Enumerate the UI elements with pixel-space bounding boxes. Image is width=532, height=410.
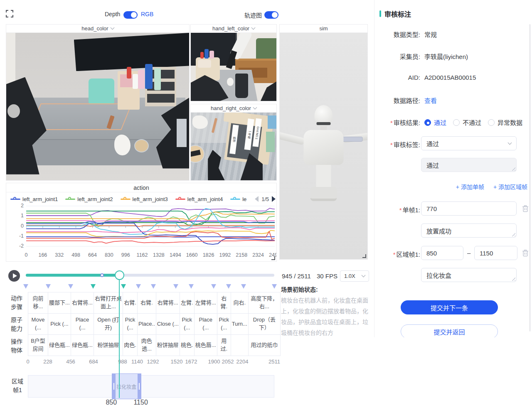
review-result-option[interactable]: 不通过: [453, 118, 481, 127]
single-frame-desc-textarea[interactable]: 放置成功: [421, 223, 517, 238]
region-segment[interactable]: 拉化妆盒: [112, 373, 141, 399]
required-star: *: [390, 141, 393, 148]
review-tag-note-textarea[interactable]: 通过: [421, 158, 517, 172]
review-result-option[interactable]: 通过: [424, 118, 446, 127]
play-button[interactable]: [8, 270, 20, 282]
review-tag-note-text: 通过: [426, 161, 439, 169]
timeline-marker[interactable]: [91, 284, 96, 289]
region-start-input[interactable]: 850: [421, 246, 463, 260]
radio-icon[interactable]: [453, 119, 460, 126]
head-camera-header[interactable]: head_color: [6, 25, 189, 33]
head-camera-panel: head_color: [6, 24, 190, 181]
resize-handle-icon[interactable]: [271, 256, 275, 260]
timeline-marker[interactable]: [46, 284, 51, 289]
timeline-marker[interactable]: [173, 284, 178, 289]
timeline-marker[interactable]: [121, 284, 126, 289]
required-star: *: [393, 251, 396, 258]
chart-legend-list: left_arm_joint1left_arm_joint2left_arm_j…: [10, 194, 273, 204]
region-end-input[interactable]: 1150: [474, 246, 517, 260]
data-type-row: 数据类型: 常规: [379, 30, 527, 39]
table-cell: 右臂将...: [71, 292, 94, 314]
table-axis-label: 1900: [208, 358, 220, 365]
depth-rgb-toggle[interactable]: [123, 11, 138, 19]
region-desc-textarea[interactable]: 拉化妆盒: [421, 268, 517, 282]
region-frame-label: *区域帧1:: [379, 250, 420, 258]
table-cell: 右臂将...: [156, 292, 180, 314]
table-cell: 粉饼抽屉: [94, 335, 123, 356]
add-region-frame-link[interactable]: + 添加区域帧: [493, 182, 527, 191]
legend-item[interactable]: left_arm_joint4: [175, 196, 223, 202]
region-handle-left[interactable]: [112, 374, 116, 399]
legend-item[interactable]: left_arm_joint3: [121, 196, 168, 202]
radio-icon[interactable]: [424, 119, 431, 126]
table-cell: [231, 335, 248, 356]
radio-icon[interactable]: [488, 119, 495, 126]
sim-image: [280, 33, 367, 259]
table-cell: Place..: [138, 314, 156, 335]
trajectory-label: 轨迹图: [244, 11, 262, 19]
table-cell: 向右.: [231, 292, 248, 314]
legend-item[interactable]: left_arm_joint2: [65, 196, 113, 202]
x-axis-tick: 1992: [219, 252, 231, 258]
single-frame-input[interactable]: 770: [421, 201, 517, 216]
legend-item[interactable]: left_arm_joint1: [10, 196, 58, 202]
progress-handle[interactable]: [115, 270, 124, 280]
submit-return-button[interactable]: 提交并返回: [401, 324, 498, 337]
timeline-marker[interactable]: [241, 284, 246, 289]
scene-state-title: 场景初始状态:: [281, 285, 372, 293]
table-axis-label: 1140: [131, 358, 143, 365]
table-axis-label: 228: [43, 358, 52, 365]
legend-item[interactable]: le: [230, 196, 246, 202]
hand-left-camera-header[interactable]: hand_left_color: [191, 25, 276, 33]
timeline-marker[interactable]: [226, 284, 231, 289]
delete-single-frame-icon[interactable]: [522, 205, 529, 212]
add-single-frame-link[interactable]: + 添加单帧: [456, 182, 484, 191]
progress-fill: [26, 274, 119, 277]
review-result-option[interactable]: 异常数据: [488, 118, 522, 127]
legend-next-icon[interactable]: [272, 196, 276, 202]
single-frame-dot[interactable]: [100, 273, 104, 277]
table-cell: B户型房间: [28, 335, 48, 356]
timeline-marker[interactable]: [136, 284, 141, 289]
timeline-marker[interactable]: [23, 284, 28, 289]
trajectory-toggle[interactable]: [264, 11, 278, 19]
hand-right-camera-image: 粉饼 一号格 Grid NO.1: [191, 113, 276, 180]
review-tag-value: 通过: [426, 139, 439, 148]
timeline-marker[interactable]: [151, 284, 156, 289]
resize-handle-icon[interactable]: [362, 254, 366, 258]
playback-speed-select[interactable]: 1.0X: [340, 270, 369, 282]
table-axis-label: 2204: [236, 358, 249, 365]
table-cell: Close (...: [156, 314, 180, 335]
table-cell: 右臂打开桌面上...: [94, 292, 123, 314]
data-path-link[interactable]: 查看: [424, 96, 437, 105]
table-row-header: 原子能力: [7, 316, 26, 333]
playhead-line[interactable]: [119, 280, 120, 398]
hand-right-camera-header[interactable]: hand_right_color: [191, 104, 276, 113]
data-type-value: 常规: [424, 30, 437, 39]
required-star: *: [390, 119, 393, 126]
timeline-marker[interactable]: [272, 284, 277, 289]
resize-grip-icon[interactable]: [512, 277, 515, 281]
table-cell: Move (...: [28, 314, 48, 335]
table-cell: Pick (...: [48, 314, 71, 335]
delete-region-frame-icon[interactable]: [522, 249, 529, 257]
fullscreen-icon[interactable]: [6, 10, 13, 17]
timeline-marker[interactable]: [189, 284, 194, 289]
review-tag-select[interactable]: 通过: [421, 136, 517, 150]
resize-grip-icon[interactable]: [512, 233, 515, 236]
y-axis-tick: 0: [10, 223, 24, 229]
submit-next-button[interactable]: 提交并下一条: [401, 300, 498, 314]
region-handle-right[interactable]: [138, 374, 141, 399]
table-axis-label: 0: [26, 358, 29, 365]
timeline-marker[interactable]: [211, 284, 216, 289]
table-cell: 腰部下...: [48, 292, 71, 314]
region-frame-track[interactable]: 拉化妆盒: [28, 375, 274, 398]
y-axis-tick: 1: [10, 213, 24, 219]
timeline-marker[interactable]: [68, 284, 73, 289]
legend-prev-icon[interactable]: [255, 196, 259, 202]
progress-slider[interactable]: [26, 274, 274, 277]
resize-grip-icon[interactable]: [512, 167, 515, 171]
table-axis-label: 1520: [171, 358, 183, 365]
chevron-down-icon: [251, 26, 256, 30]
scrollbar[interactable]: [529, 24, 531, 331]
